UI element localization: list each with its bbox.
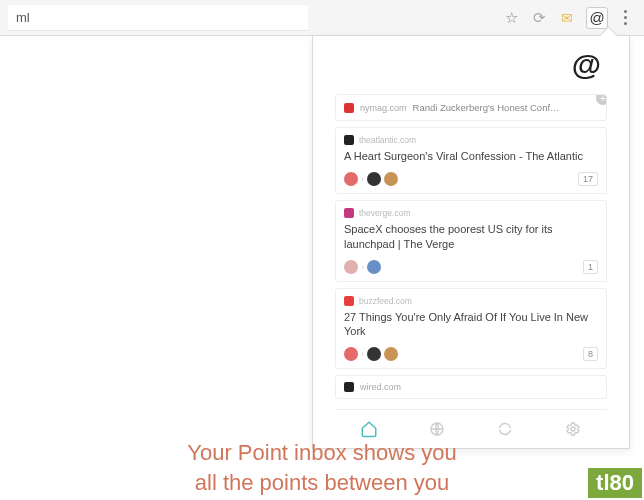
gear-icon[interactable] [564, 420, 582, 438]
point-logo-icon: @ [335, 50, 607, 80]
avatar-group: › [344, 347, 398, 361]
toolbar-icons: ☆ ⟳ ✉ @ [502, 7, 636, 29]
arrow-icon: › [361, 349, 364, 359]
inbox-card-peek[interactable]: wired.com [335, 375, 607, 399]
address-bar[interactable]: ml [8, 5, 308, 31]
card-domain: buzzfeed.com [359, 296, 412, 306]
card-domain: theatlantic.com [359, 135, 416, 145]
count-badge: 17 [578, 172, 598, 186]
caption-line: Your Point inbox shows you [187, 440, 456, 465]
card-title-short: Randi Zuckerberg's Honest Conf… [413, 102, 560, 113]
count-badge: 1 [583, 260, 598, 274]
card-title: SpaceX chooses the poorest US city for i… [344, 222, 598, 252]
page-content: @ nymag.com Randi Zuckerberg's Honest Co… [0, 36, 644, 500]
avatar-group: › [344, 260, 381, 274]
card-title: A Heart Surgeon's Viral Confession - The… [344, 149, 598, 164]
mail-extension-icon[interactable]: ✉ [558, 9, 576, 27]
inbox-list: nymag.com Randi Zuckerberg's Honest Conf… [335, 94, 607, 399]
inbox-card[interactable]: theatlantic.com A Heart Surgeon's Viral … [335, 127, 607, 194]
inbox-card[interactable]: buzzfeed.com 27 Things You're Only Afrai… [335, 288, 607, 370]
arrow-icon: › [361, 174, 364, 184]
avatar-group: › [344, 172, 398, 186]
count-badge: 8 [583, 347, 598, 361]
avatar [344, 260, 358, 274]
watermark: tl80 [588, 468, 642, 498]
point-extension-icon[interactable]: @ [586, 7, 608, 29]
point-popup-panel: @ nymag.com Randi Zuckerberg's Honest Co… [312, 36, 630, 449]
favicon-icon [344, 208, 354, 218]
bookmark-star-icon[interactable]: ☆ [502, 9, 520, 27]
favicon-icon [344, 135, 354, 145]
card-domain: theverge.com [359, 208, 411, 218]
refresh-circle-icon[interactable]: ⟳ [530, 9, 548, 27]
caption-line: all the points between you [195, 470, 449, 495]
avatar [384, 347, 398, 361]
avatar [344, 172, 358, 186]
favicon-icon [344, 103, 354, 113]
avatar [384, 172, 398, 186]
home-icon[interactable] [360, 420, 378, 438]
card-domain: nymag.com [360, 103, 407, 113]
avatar [367, 260, 381, 274]
arrow-icon: › [361, 262, 364, 272]
inbox-card-collapsed[interactable]: nymag.com Randi Zuckerberg's Honest Conf… [335, 94, 607, 121]
avatar [367, 172, 381, 186]
favicon-icon [344, 296, 354, 306]
browser-toolbar: ml ☆ ⟳ ✉ @ [0, 0, 644, 36]
avatar [344, 347, 358, 361]
sync-icon[interactable] [496, 420, 514, 438]
add-plus-icon[interactable]: + [596, 94, 607, 105]
favicon-icon [344, 382, 354, 392]
browser-menu-icon[interactable] [618, 9, 632, 27]
svg-point-1 [571, 427, 575, 431]
card-domain: wired.com [360, 382, 401, 392]
globe-icon[interactable] [428, 420, 446, 438]
card-title: 27 Things You're Only Afraid Of If You L… [344, 310, 598, 340]
inbox-card[interactable]: theverge.com SpaceX chooses the poorest … [335, 200, 607, 282]
avatar [367, 347, 381, 361]
url-fragment: ml [16, 10, 30, 25]
marketing-caption: Your Point inbox shows you all the point… [112, 438, 532, 500]
